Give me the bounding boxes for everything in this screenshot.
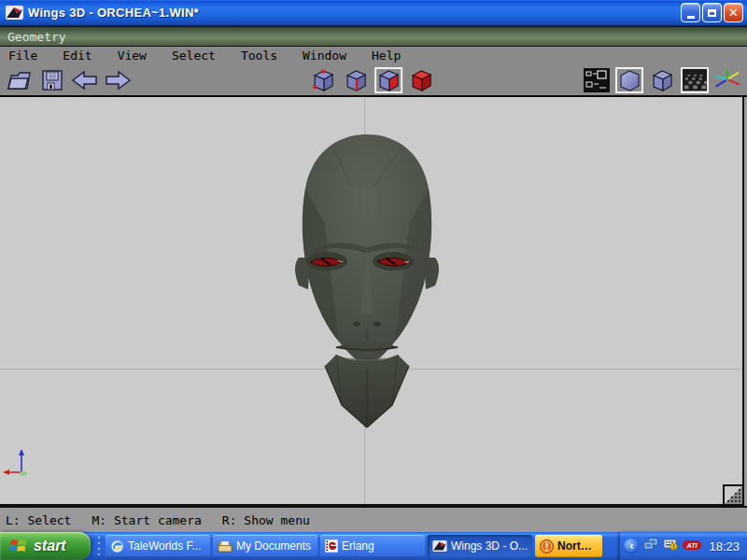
- taskbar: start TaleWorlds F...: [0, 532, 747, 560]
- body-select-mode-button[interactable]: [407, 67, 435, 93]
- taskbar-item-wings3d[interactable]: Wings 3D - O...: [428, 535, 532, 557]
- input-language-tray-icon[interactable]: [663, 538, 678, 554]
- system-tray: ‹: [620, 532, 747, 560]
- taskbar-item-label: Norton™: [557, 539, 598, 553]
- head-model[interactable]: [278, 131, 456, 439]
- menu-select[interactable]: Select: [163, 48, 224, 63]
- wings3d-icon: [432, 540, 447, 552]
- svg-text:ATI: ATI: [686, 542, 698, 549]
- taskbar-item-norton[interactable]: Norton™: [535, 535, 602, 557]
- open-folder-icon: [6, 68, 34, 92]
- undo-button[interactable]: [71, 67, 99, 93]
- menu-help[interactable]: Help: [363, 48, 409, 63]
- hint-left-mouse: L: Select: [6, 513, 71, 527]
- hint-middle-mouse: M: Start camera: [92, 513, 201, 527]
- norton-icon: [540, 539, 554, 553]
- menu-file[interactable]: File: [0, 48, 46, 63]
- edge-select-mode-button[interactable]: [342, 67, 370, 93]
- start-label: start: [34, 538, 66, 554]
- redo-arrow-icon: [104, 69, 132, 91]
- wings3d-logo-icon: [6, 6, 23, 20]
- close-button[interactable]: ✕: [724, 3, 743, 22]
- face-select-icon: [376, 68, 401, 91]
- viewport-resize-handle[interactable]: [723, 484, 742, 504]
- statusbar: L: Select M: Start camera R: Show menu: [0, 506, 747, 532]
- taskbar-item-taleworlds[interactable]: TaleWorlds F...: [106, 535, 210, 557]
- window-title: Wings 3D - ORCHEA~1.WIN*: [28, 6, 681, 20]
- close-icon: ✕: [728, 7, 739, 19]
- open-button[interactable]: [6, 67, 34, 93]
- vertex-select-mode-button[interactable]: [309, 67, 337, 93]
- undo-arrow-icon: [71, 69, 99, 91]
- taskbar-item-label: Erlang: [342, 539, 374, 553]
- menu-view[interactable]: View: [109, 48, 155, 63]
- menu-edit[interactable]: Edit: [54, 48, 100, 63]
- vertex-select-icon: [311, 68, 335, 91]
- app-window: Wings 3D - ORCHEA~1.WIN* ✕ Geometry File…: [0, 0, 747, 560]
- viewport-frame: [0, 97, 747, 506]
- geometry-window-title: Geometry: [7, 30, 66, 44]
- erlang-icon: [325, 539, 338, 553]
- restore-icon: [708, 9, 716, 17]
- menubar: File Edit View Select Tools Window Help: [0, 47, 747, 64]
- save-floppy-icon: [40, 68, 64, 92]
- taskbar-item-label: Wings 3D - O...: [451, 539, 528, 553]
- tray-collapse-chevron[interactable]: ‹: [624, 539, 639, 553]
- windows-flag-icon: [9, 538, 28, 554]
- face-select-mode-button[interactable]: [374, 67, 402, 93]
- body-select-icon: [409, 68, 433, 91]
- ground-plane-button[interactable]: [681, 67, 709, 93]
- toolbar: [0, 64, 747, 97]
- start-button[interactable]: start: [0, 532, 91, 560]
- ground-plane-icon: [683, 68, 707, 91]
- taskbar-item-label: My Documents: [236, 539, 311, 553]
- hint-right-mouse: R: Show menu: [222, 513, 310, 527]
- flat-shaded-button[interactable]: [648, 67, 676, 93]
- quicklaunch-divider: [96, 535, 104, 557]
- save-button[interactable]: [38, 67, 66, 93]
- taskbar-item-erlang[interactable]: Erlang: [320, 535, 425, 557]
- edge-select-icon: [344, 68, 368, 91]
- taskbar-items: TaleWorlds F... My Documents: [106, 532, 618, 560]
- restore-button[interactable]: [702, 3, 722, 22]
- flat-shaded-cube-icon: [650, 68, 674, 91]
- ati-tray-icon[interactable]: ATI: [683, 538, 701, 554]
- internet-explorer-icon: [110, 539, 124, 553]
- menu-tools[interactable]: Tools: [233, 48, 286, 63]
- menu-window[interactable]: Window: [294, 48, 355, 63]
- smooth-shaded-button[interactable]: [615, 67, 643, 93]
- window-toggles-button[interactable]: [583, 67, 611, 93]
- taskbar-item-label: TaleWorlds F...: [128, 539, 201, 553]
- show-axes-icon: [713, 67, 741, 92]
- folder-icon: [218, 539, 233, 553]
- redo-button[interactable]: [104, 67, 132, 93]
- resize-grip-icon: [725, 486, 742, 504]
- titlebar[interactable]: Wings 3D - ORCHEA~1.WIN* ✕: [0, 0, 747, 26]
- geometry-window-titlebar[interactable]: Geometry: [0, 26, 747, 47]
- axis-indicator: [2, 446, 34, 478]
- taskbar-item-my-documents[interactable]: My Documents: [213, 535, 317, 557]
- smooth-shaded-cube-icon: [617, 68, 641, 91]
- taskbar-clock[interactable]: 18:23: [709, 539, 740, 553]
- show-axes-button[interactable]: [713, 67, 741, 93]
- window-toggles-icon: [584, 68, 610, 92]
- minimize-icon: [687, 16, 695, 19]
- network-tray-icon[interactable]: [643, 538, 658, 554]
- minimize-button[interactable]: [681, 3, 700, 22]
- geometry-viewport[interactable]: [0, 97, 744, 506]
